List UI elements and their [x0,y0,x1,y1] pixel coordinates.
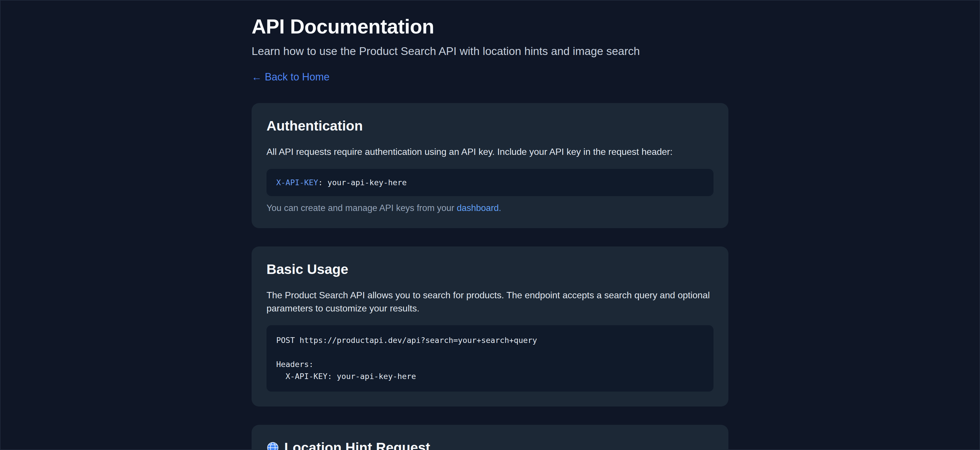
code-line [276,346,704,358]
page-subtitle: Learn how to use the Product Search API … [251,44,729,59]
api-key-header-name: X-API-KEY [276,178,318,187]
authentication-heading: Authentication [266,118,714,134]
api-key-note-text: You can create and manage API keys from … [266,203,457,213]
authentication-card: Authentication All API requests require … [251,103,729,228]
basic-usage-card: Basic Usage The Product Search API allow… [251,246,729,407]
content-container: API Documentation Learn how to use the P… [251,0,729,450]
basic-usage-description: The Product Search API allows you to sea… [266,288,714,315]
location-hint-heading: Location Hint Request [266,440,714,450]
api-key-note: You can create and manage API keys from … [266,203,714,213]
location-hint-card: Location Hint Request [251,425,729,450]
globe-icon [266,441,279,450]
dashboard-link[interactable]: dashboard. [457,203,501,213]
api-key-header-value: : your-api-key-here [318,178,407,187]
location-hint-heading-label: Location Hint Request [284,440,430,450]
code-line: POST https://productapi.dev/api?search=y… [276,334,704,346]
code-line: Headers: [276,358,704,371]
basic-usage-code: POST https://productapi.dev/api?search=y… [266,325,714,391]
api-docs-page: API Documentation Learn how to use the P… [0,0,980,450]
back-to-home-link[interactable]: ← Back to Home [251,71,329,83]
api-key-header-code: X-API-KEY: your-api-key-here [266,169,714,196]
page-title: API Documentation [251,14,729,40]
authentication-description: All API requests require authentication … [266,145,714,158]
basic-usage-heading: Basic Usage [266,261,714,277]
code-line: X-API-KEY: your-api-key-here [276,371,704,382]
